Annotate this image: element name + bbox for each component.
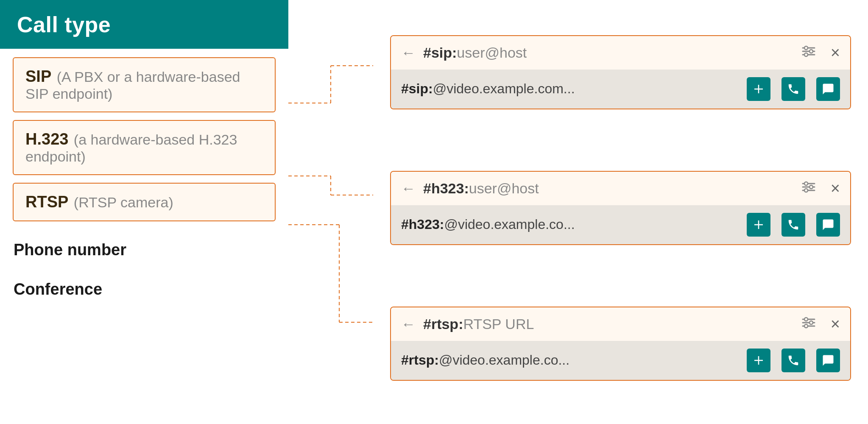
rtsp-bot-suffix: @video.example.co... bbox=[439, 352, 569, 368]
h323-suggestion: #h323:@video.example.co... bbox=[401, 217, 736, 232]
h323-back-icon[interactable]: ← bbox=[401, 180, 416, 197]
rtsp-prefix: #rtsp: bbox=[423, 316, 463, 332]
sip-card-bottom: #sip:@video.example.com... bbox=[391, 70, 850, 109]
svg-point-20 bbox=[804, 182, 808, 185]
svg-point-12 bbox=[804, 46, 808, 50]
rtsp-chat-button[interactable] bbox=[816, 349, 840, 372]
connector-area bbox=[288, 0, 373, 424]
rtsp-close-icon[interactable]: × bbox=[831, 315, 840, 333]
sip-desc: (A PBX or a hardware-based SIP endpoint) bbox=[25, 69, 240, 102]
rtsp-back-icon[interactable]: ← bbox=[401, 316, 416, 332]
rtsp-input-value: #rtsp:RTSP URL bbox=[423, 316, 794, 332]
h323-filter-icon[interactable] bbox=[802, 181, 815, 196]
sip-top-suffix: user@host bbox=[457, 45, 527, 61]
sip-close-icon[interactable]: × bbox=[831, 44, 840, 62]
rtsp-card-top: ← #rtsp:RTSP URL × bbox=[391, 307, 850, 341]
rtsp-item[interactable]: RTSP (RTSP camera) bbox=[13, 183, 276, 221]
svg-point-14 bbox=[804, 53, 808, 56]
svg-point-30 bbox=[804, 324, 808, 328]
h323-input-value: #h323:user@host bbox=[423, 180, 794, 197]
sip-suggestion: #sip:@video.example.com... bbox=[401, 81, 736, 97]
h323-card-bottom: #h323:@video.example.co... bbox=[391, 205, 850, 244]
header: Call type bbox=[0, 0, 288, 49]
svg-rect-16 bbox=[754, 88, 763, 89]
sip-filter-icon[interactable] bbox=[802, 45, 815, 60]
sip-card-top: ← #sip:user@host × bbox=[391, 36, 850, 70]
h323-title: H.323 bbox=[25, 130, 68, 148]
sip-back-icon[interactable]: ← bbox=[401, 45, 416, 61]
page-title: Call type bbox=[17, 12, 111, 37]
sip-bot-prefix: #sip: bbox=[401, 81, 433, 96]
svg-point-28 bbox=[804, 318, 808, 321]
rtsp-call-button[interactable] bbox=[781, 349, 805, 372]
svg-point-13 bbox=[809, 50, 813, 53]
rtsp-title: RTSP bbox=[25, 193, 68, 211]
sip-title: SIP bbox=[25, 67, 51, 85]
h323-call-button[interactable] bbox=[781, 213, 805, 237]
h323-add-button[interactable] bbox=[747, 213, 770, 237]
rtsp-bot-prefix: #rtsp: bbox=[401, 352, 439, 368]
h323-card-top: ← #h323:user@host × bbox=[391, 172, 850, 205]
h323-prefix: #h323: bbox=[423, 180, 469, 196]
rtsp-top-suffix: RTSP URL bbox=[463, 316, 534, 332]
svg-rect-24 bbox=[754, 224, 763, 225]
svg-point-29 bbox=[809, 321, 813, 324]
sip-item[interactable]: SIP (A PBX or a hardware-based SIP endpo… bbox=[13, 57, 276, 112]
h323-card: ← #h323:user@host × #h323:@video.example… bbox=[390, 171, 851, 245]
svg-point-22 bbox=[804, 189, 808, 192]
h323-bot-prefix: #h323: bbox=[401, 217, 444, 232]
rtsp-suggestion: #rtsp:@video.example.co... bbox=[401, 352, 736, 368]
rtsp-desc: (RTSP camera) bbox=[74, 194, 173, 210]
rtsp-card: ← #rtsp:RTSP URL × #rtsp:@video.example.… bbox=[390, 307, 851, 381]
rtsp-add-button[interactable] bbox=[747, 349, 770, 372]
sip-bot-suffix: @video.example.com... bbox=[433, 81, 575, 96]
h323-item[interactable]: H.323 (a hardware-based H.323 endpoint) bbox=[13, 120, 276, 175]
left-panel: Call type SIP (A PBX or a hardware-based… bbox=[0, 0, 288, 424]
left-content: SIP (A PBX or a hardware-based SIP endpo… bbox=[0, 49, 288, 311]
h323-top-suffix: user@host bbox=[469, 180, 539, 196]
sip-call-button[interactable] bbox=[781, 77, 805, 101]
right-panel: ← #sip:user@host × #sip:@video.example.c… bbox=[373, 0, 868, 424]
conference-label: Conference bbox=[13, 263, 276, 303]
sip-add-button[interactable] bbox=[747, 77, 770, 101]
connector-lines bbox=[288, 0, 373, 424]
h323-chat-button[interactable] bbox=[816, 213, 840, 237]
phone-number-label: Phone number bbox=[13, 229, 276, 263]
svg-point-21 bbox=[809, 185, 813, 189]
rtsp-filter-icon[interactable] bbox=[802, 317, 815, 332]
sip-card: ← #sip:user@host × #sip:@video.example.c… bbox=[390, 35, 851, 109]
h323-bot-suffix: @video.example.co... bbox=[444, 217, 575, 232]
sip-chat-button[interactable] bbox=[816, 77, 840, 101]
sip-input-value: #sip:user@host bbox=[423, 45, 794, 61]
h323-close-icon[interactable]: × bbox=[831, 179, 840, 198]
sip-prefix: #sip: bbox=[423, 45, 457, 61]
rtsp-card-bottom: #rtsp:@video.example.co... bbox=[391, 341, 850, 380]
svg-rect-32 bbox=[754, 360, 763, 361]
